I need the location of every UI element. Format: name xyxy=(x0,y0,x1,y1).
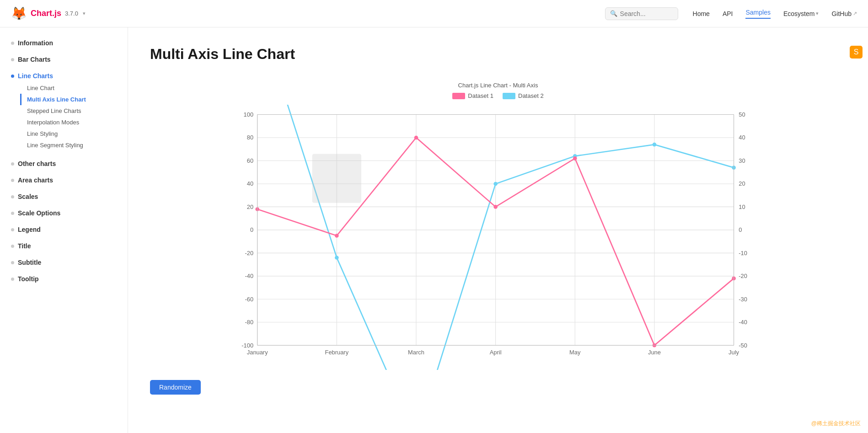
sidebar-content: InformationBar ChartsLine ChartsLine Cha… xyxy=(0,35,128,287)
sidebar-section-title-title[interactable]: Title xyxy=(11,242,117,250)
sidebar-label-title: Title xyxy=(18,242,31,250)
sidebar-item-multi-axis-line-chart[interactable]: Multi Axis Line Chart xyxy=(20,94,117,105)
sidebar-label-bar-charts: Bar Charts xyxy=(18,56,51,63)
sidebar-sub-line-charts: Line ChartMulti Axis Line ChartStepped L… xyxy=(11,80,117,151)
svg-text:February: February xyxy=(325,349,349,356)
legend-item-dataset1: Dataset 1 xyxy=(452,92,493,99)
sidebar-item-line-segment-styling[interactable]: Line Segment Styling xyxy=(20,139,117,151)
top-nav: 🦊 Chart.js 3.7.0 ▾ 🔍 Home API Samples Ec… xyxy=(0,0,868,27)
sidebar-section-title-bar-charts[interactable]: Bar Charts xyxy=(11,56,117,63)
svg-text:-100: -100 xyxy=(241,342,253,349)
sidebar-section-title-tooltip[interactable]: Tooltip xyxy=(11,275,117,283)
search-box[interactable]: 🔍 xyxy=(605,7,678,20)
legend-item-dataset2: Dataset 2 xyxy=(503,92,544,99)
sidebar-section-legend[interactable]: Legend xyxy=(0,221,128,238)
sidebar-dot-scales xyxy=(11,195,14,198)
chart-legend: Dataset 1 Dataset 2 xyxy=(150,92,846,99)
sidebar-dot-title xyxy=(11,245,14,248)
svg-text:-60: -60 xyxy=(245,296,254,303)
sidebar-section-title-scales[interactable]: Scales xyxy=(11,193,117,200)
nav-samples[interactable]: Samples xyxy=(745,9,770,19)
sidebar-label-subtitle: Subtitle xyxy=(18,259,41,266)
sidebar-section-title-subtitle[interactable]: Subtitle xyxy=(11,259,117,266)
sidebar-section-line-charts[interactable]: Line ChartsLine ChartMulti Axis Line Cha… xyxy=(0,68,128,155)
sidebar-section-title-scale-options[interactable]: Scale Options xyxy=(11,209,117,217)
randomize-button[interactable]: Randomize xyxy=(150,380,201,395)
logo-version: 3.7.0 xyxy=(65,10,78,17)
svg-text:June: June xyxy=(648,349,661,356)
svg-text:-10: -10 xyxy=(739,250,747,257)
sidebar-item-line-styling[interactable]: Line Styling xyxy=(20,128,117,139)
nav-github[interactable]: GitHub ↗ xyxy=(831,10,857,17)
svg-text:100: 100 xyxy=(244,111,253,118)
nav-ecosystem[interactable]: Ecosystem ▾ xyxy=(783,10,819,17)
sidebar: InformationBar ChartsLine ChartsLine Cha… xyxy=(0,27,128,433)
sidebar-item-stepped-line-charts[interactable]: Stepped Line Charts xyxy=(20,105,117,117)
svg-text:20: 20 xyxy=(739,180,745,187)
sidebar-section-title[interactable]: Title xyxy=(0,238,128,254)
svg-text:20: 20 xyxy=(247,203,253,210)
sidebar-section-title-information[interactable]: Information xyxy=(11,39,117,47)
svg-point-56 xyxy=(414,136,418,140)
sidebar-section-scale-options[interactable]: Scale Options xyxy=(0,205,128,221)
legend-label-d1: Dataset 1 xyxy=(468,92,493,99)
svg-point-52 xyxy=(653,143,657,147)
svg-text:-40: -40 xyxy=(245,273,254,279)
version-chevron-icon[interactable]: ▾ xyxy=(83,11,86,16)
sidebar-label-other-charts: Other charts xyxy=(18,160,56,167)
logo-text: Chart.js xyxy=(31,9,61,18)
svg-text:30: 30 xyxy=(739,157,745,164)
sidebar-dot-line-charts xyxy=(11,75,14,78)
svg-text:April: April xyxy=(490,349,502,356)
watermark: @稀土掘金技术社区 xyxy=(811,420,861,428)
search-icon: 🔍 xyxy=(610,10,617,17)
svg-text:0: 0 xyxy=(250,226,253,233)
svg-point-58 xyxy=(573,156,577,160)
external-link-icon: ↗ xyxy=(853,11,857,16)
layout: InformationBar ChartsLine ChartsLine Cha… xyxy=(0,27,868,433)
sidebar-section-area-charts[interactable]: Area charts xyxy=(0,172,128,188)
sidebar-item-line-chart[interactable]: Line Chart xyxy=(20,82,117,94)
sidebar-dot-tooltip xyxy=(11,278,14,281)
sidebar-label-scales: Scales xyxy=(18,193,38,200)
line-chart-svg: 100806040200-20-40-60-80-10050403020100-… xyxy=(150,105,846,370)
ext-icon-box: S xyxy=(850,46,863,59)
sidebar-section-title-area-charts[interactable]: Area charts xyxy=(11,176,117,184)
sidebar-item-interpolation-modes[interactable]: Interpolation Modes xyxy=(20,117,117,128)
sidebar-dot-information xyxy=(11,42,14,45)
svg-rect-65 xyxy=(312,154,361,203)
svg-text:-80: -80 xyxy=(245,319,254,326)
svg-point-48 xyxy=(335,256,339,260)
main-content: Multi Axis Line Chart Chart.js Line Char… xyxy=(128,27,868,433)
sidebar-dot-scale-options xyxy=(11,212,14,215)
sidebar-dot-other-charts xyxy=(11,162,14,166)
sidebar-dot-subtitle xyxy=(11,261,14,264)
sidebar-dot-legend xyxy=(11,228,14,231)
sidebar-dot-bar-charts xyxy=(11,58,14,61)
sidebar-section-bar-charts[interactable]: Bar Charts xyxy=(0,51,128,68)
sidebar-label-line-charts: Line Charts xyxy=(18,72,53,80)
sidebar-section-title-legend[interactable]: Legend xyxy=(11,226,117,233)
sidebar-section-subtitle[interactable]: Subtitle xyxy=(0,254,128,271)
nav-api[interactable]: API xyxy=(723,10,733,17)
sidebar-section-tooltip[interactable]: Tooltip xyxy=(0,271,128,287)
svg-text:July: July xyxy=(729,349,739,356)
sidebar-section-title-other-charts[interactable]: Other charts xyxy=(11,160,117,167)
nav-links: Home API Samples Ecosystem ▾ GitHub ↗ xyxy=(693,9,857,19)
sidebar-section-title-line-charts[interactable]: Line Charts xyxy=(11,72,117,80)
svg-text:-50: -50 xyxy=(739,342,747,349)
search-input[interactable] xyxy=(620,10,673,17)
svg-text:10: 10 xyxy=(739,203,745,210)
svg-text:-20: -20 xyxy=(245,250,254,257)
svg-text:-30: -30 xyxy=(739,296,747,303)
chart-title: Chart.js Line Chart - Multi Axis xyxy=(150,82,846,89)
svg-point-57 xyxy=(493,205,498,209)
sidebar-section-scales[interactable]: Scales xyxy=(0,188,128,205)
nav-home[interactable]: Home xyxy=(693,10,710,17)
chart-container: Chart.js Line Chart - Multi Axis Dataset… xyxy=(150,77,846,399)
sidebar-section-other-charts[interactable]: Other charts xyxy=(0,155,128,172)
sidebar-section-information[interactable]: Information xyxy=(0,35,128,51)
legend-label-d2: Dataset 2 xyxy=(518,92,544,99)
sidebar-label-legend: Legend xyxy=(18,226,41,233)
svg-text:May: May xyxy=(569,349,581,356)
